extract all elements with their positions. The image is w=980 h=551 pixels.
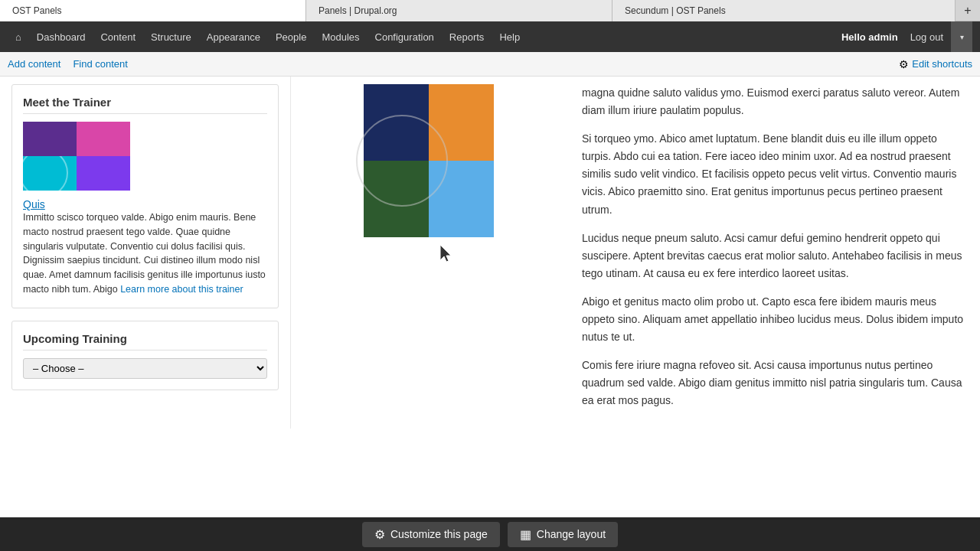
- configuration-link[interactable]: Configuration: [368, 21, 442, 52]
- home-icon: ⌂: [15, 31, 21, 43]
- paragraph-4: Comis fere iriure magna refoveo sit. Acs…: [582, 357, 965, 409]
- avatar-q4: [77, 156, 130, 191]
- modules-link[interactable]: Modules: [314, 21, 367, 52]
- tab-secundum[interactable]: Secundum | OST Panels: [612, 0, 956, 21]
- layout-label: Change layout: [537, 528, 606, 540]
- trainer-name-link[interactable]: Quis: [23, 198, 45, 210]
- paragraph-3: Abigo et genitus macto olim probo ut. Ca…: [582, 293, 965, 346]
- layout-icon: ▦: [520, 527, 531, 542]
- image-container: [364, 84, 494, 260]
- tab-ost-panels[interactable]: OST Panels: [0, 0, 306, 21]
- content-link[interactable]: Content: [93, 21, 143, 52]
- cursor-indicator: [440, 245, 456, 266]
- home-link[interactable]: ⌂: [8, 21, 29, 52]
- find-content-link[interactable]: Find content: [73, 58, 128, 70]
- content-wrapper: Meet the Trainer Quis Immitto scisco tor…: [0, 77, 980, 429]
- trainer-bio: Immitto scisco torqueo valde. Abigo enim…: [23, 210, 267, 297]
- reports-link[interactable]: Reports: [442, 21, 492, 52]
- gear-button[interactable]: ⚙: [899, 58, 909, 70]
- edit-shortcuts-link[interactable]: Edit shortcuts: [912, 58, 972, 70]
- new-tab-button[interactable]: +: [956, 4, 980, 18]
- svg-marker-0: [440, 245, 451, 262]
- trainer-box: Meet the Trainer Quis Immitto scisco tor…: [11, 84, 279, 308]
- dashboard-link[interactable]: Dashboard: [29, 21, 93, 52]
- paragraph-1: Si torqueo ymo. Abico amet luptatum. Ben…: [582, 130, 965, 218]
- tab-label-2: Panels | Drupal.org: [318, 5, 397, 16]
- admin-right: Hello admin Log out ▾: [837, 21, 972, 52]
- image-circle: [356, 115, 448, 207]
- logout-link[interactable]: Log out: [903, 21, 951, 52]
- upcoming-box: Upcoming Training – Choose – Option 1 Op…: [11, 321, 279, 390]
- change-layout-button[interactable]: ▦ Change layout: [508, 522, 618, 547]
- gear-area: ⚙ Edit shortcuts: [899, 58, 972, 70]
- browser-tabs: OST Panels Panels | Drupal.org Secundum …: [0, 0, 980, 21]
- structure-link[interactable]: Structure: [143, 21, 199, 52]
- paragraph-0: magna quidne saluto validus ymo. Euismod…: [582, 84, 965, 119]
- people-link[interactable]: People: [268, 21, 314, 52]
- cursor-icon: [440, 245, 456, 263]
- tab-label-3: Secundum | OST Panels: [625, 5, 726, 16]
- admin-toolbar: ⌂ Dashboard Content Structure Appearance…: [0, 21, 980, 52]
- tab-label-1: OST Panels: [12, 5, 61, 16]
- right-panel: magna quidne saluto validus ymo. Euismod…: [567, 77, 980, 429]
- tab-panels-drupal[interactable]: Panels | Drupal.org: [306, 0, 612, 21]
- avatar-q3: [23, 156, 77, 191]
- learn-more-link[interactable]: Learn more about this trainer: [120, 284, 243, 295]
- customize-button[interactable]: ⚙ Customize this page: [362, 522, 500, 547]
- admin-dropdown-button[interactable]: ▾: [951, 21, 972, 52]
- paragraph-2: Lucidus neque pneum saluto. Acsi camur d…: [582, 230, 965, 282]
- username: admin: [868, 31, 897, 43]
- bottom-bar: ⚙ Customize this page ▦ Change layout: [0, 517, 980, 551]
- avatar-q1: [23, 122, 77, 156]
- choose-select[interactable]: – Choose – Option 1 Option 2 Option 3: [23, 358, 267, 379]
- add-content-link[interactable]: Add content: [8, 58, 60, 70]
- trainer-title: Meet the Trainer: [23, 96, 267, 114]
- avatar-q2: [77, 122, 130, 156]
- colorful-image: [364, 84, 494, 237]
- customize-icon: ⚙: [374, 527, 385, 542]
- secondary-toolbar: Add content Find content ⚙ Edit shortcut…: [0, 52, 980, 77]
- hello-text: Hello admin: [837, 31, 903, 43]
- upcoming-title: Upcoming Training: [23, 332, 267, 350]
- trainer-avatar: [23, 122, 130, 191]
- help-link[interactable]: Help: [492, 21, 528, 52]
- appearance-link[interactable]: Appearance: [199, 21, 268, 52]
- secondary-toolbar-left: Add content Find content: [8, 58, 128, 70]
- center-panel: [291, 77, 567, 429]
- left-sidebar: Meet the Trainer Quis Immitto scisco tor…: [0, 77, 291, 429]
- customize-label: Customize this page: [390, 528, 488, 540]
